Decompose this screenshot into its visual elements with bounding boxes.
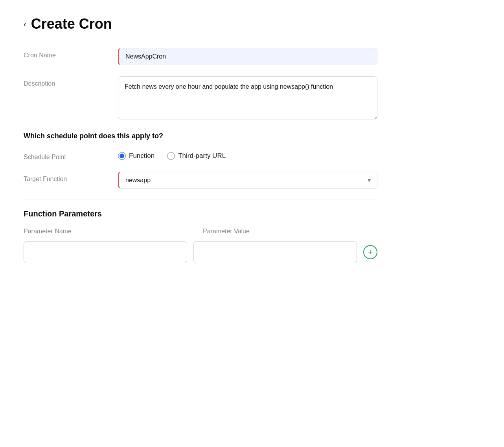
params-row: + [24,241,377,263]
schedule-point-row: Schedule Point Function Third-party URL [24,150,377,161]
param-value-col-label: Parameter Value [203,228,368,235]
cron-name-field [118,48,377,65]
schedule-point-label: Schedule Point [24,150,118,161]
page-header: ‹ Create Cron [24,16,480,32]
param-value-input[interactable] [193,241,357,263]
radio-function-label: Function [129,152,155,160]
add-param-button[interactable]: + [363,245,377,259]
param-name-col-label: Parameter Name [24,228,189,235]
target-function-row: Target Function newsapp ▼ [24,172,377,189]
params-header: Parameter Name Parameter Value [24,228,377,235]
radio-url[interactable] [167,152,175,160]
create-cron-form: Cron Name Description Fetch news every o… [24,48,377,263]
function-params-heading: Function Parameters [24,209,377,218]
description-row: Description Fetch news every one hour an… [24,76,377,121]
target-function-select[interactable]: newsapp [118,172,377,189]
schedule-point-options: Function Third-party URL [118,150,377,160]
description-input[interactable]: Fetch news every one hour and populate t… [118,76,377,119]
cron-name-label: Cron Name [24,48,118,59]
target-function-select-wrapper: newsapp ▼ [118,172,377,189]
section-divider [24,200,377,200]
target-function-label: Target Function [24,172,118,183]
param-name-input[interactable] [24,241,187,263]
cron-name-input[interactable] [118,48,377,65]
radio-function[interactable] [118,152,126,160]
back-button[interactable]: ‹ [24,20,26,29]
target-function-field: newsapp ▼ [118,172,377,189]
radio-option-function[interactable]: Function [118,152,155,160]
cron-name-row: Cron Name [24,48,377,65]
description-label: Description [24,76,118,87]
radio-url-label: Third-party URL [178,152,226,160]
schedule-question: Which schedule point does this apply to? [24,132,377,140]
page-title: Create Cron [31,16,112,32]
radio-option-url[interactable]: Third-party URL [167,152,226,160]
description-field: Fetch news every one hour and populate t… [118,76,377,121]
